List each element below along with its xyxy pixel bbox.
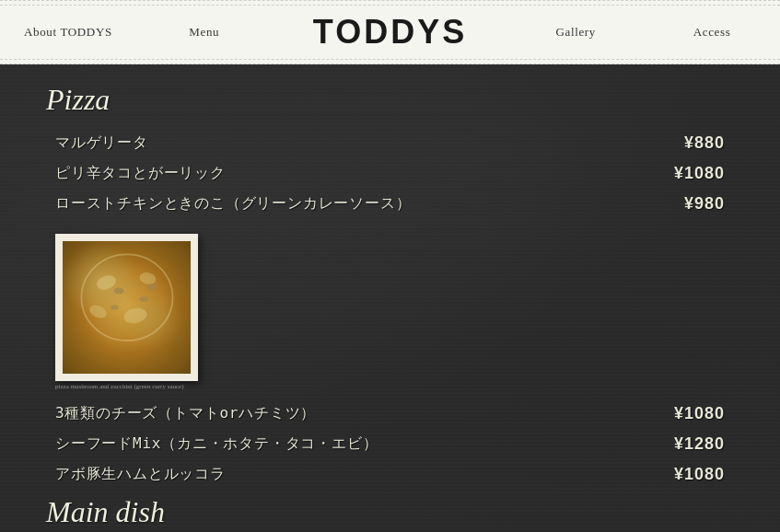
menu-item: ローストチキンときのこ（グリーンカレーソース） ¥980 xyxy=(46,194,734,214)
menu-item: アボ豚生ハムとルッコラ ¥1080 xyxy=(46,465,734,484)
menu-item-name: シーフードMix（カニ・ホタテ・タコ・エビ） xyxy=(55,434,378,454)
menu-item-name: マルゲリータ xyxy=(55,133,148,153)
section-title-pizza: Pizza xyxy=(46,83,734,117)
menu-item-price: ¥980 xyxy=(684,194,725,214)
photo-bottom-bar xyxy=(63,374,191,381)
menu-board: Pizza マルゲリータ ¥880 ピリ辛タコとがーリック ¥1080 ロースト… xyxy=(0,64,780,532)
menu-item-name: 3種類のチーズ（トマトorハチミツ） xyxy=(55,404,316,423)
menu-item-name: アボ豚生ハムとルッコラ xyxy=(55,465,226,484)
svg-point-0 xyxy=(81,254,172,341)
menu-item-name: ピリ辛タコとがーリック xyxy=(55,164,226,183)
svg-point-8 xyxy=(147,283,157,290)
svg-point-5 xyxy=(114,287,124,294)
section-title-main-dish: Main dish xyxy=(46,495,734,529)
menu-item-name: ローストチキンときのこ（グリーンカレーソース） xyxy=(55,194,411,214)
svg-point-2 xyxy=(138,271,157,286)
nav-item-access[interactable]: Access xyxy=(644,16,780,49)
menu-item: 3種類のチーズ（トマトorハチミツ） ¥1080 xyxy=(46,404,734,423)
menu-item-price: ¥880 xyxy=(684,133,725,153)
svg-point-4 xyxy=(87,303,109,321)
menu-item: ピリ辛タコとがーリック ¥1080 xyxy=(46,164,734,183)
bottom-menu-section: 3種類のチーズ（トマトorハチミツ） ¥1080 シーフードMix（カニ・ホタテ… xyxy=(46,404,734,529)
svg-point-6 xyxy=(139,296,147,301)
pizza-caption: pizza mushroom and zucchini (green curry… xyxy=(55,383,198,390)
site-logo: TODDYS xyxy=(273,13,508,52)
menu-item-price: ¥1080 xyxy=(674,164,725,183)
nav-item-about[interactable]: About TODDYS xyxy=(0,16,136,49)
svg-point-3 xyxy=(122,306,148,325)
pizza-image xyxy=(55,234,198,381)
menu-item-price: ¥1280 xyxy=(674,434,725,454)
menu-item: シーフードMix（カニ・ホタテ・タコ・エビ） ¥1280 xyxy=(46,434,734,454)
photo-icon xyxy=(171,377,186,381)
menu-item-price: ¥1080 xyxy=(674,465,725,484)
menu-item: マルゲリータ ¥880 xyxy=(46,133,734,153)
svg-point-7 xyxy=(111,305,119,309)
header: About TODDYS Menu TODDYS Gallery Access xyxy=(0,0,780,64)
pizza-photo-container: pizza mushroom and zucchini (green curry… xyxy=(55,234,198,390)
menu-item-price: ¥1080 xyxy=(674,404,725,423)
nav-item-menu[interactable]: Menu xyxy=(136,16,273,49)
nav-item-gallery[interactable]: Gallery xyxy=(507,16,644,49)
